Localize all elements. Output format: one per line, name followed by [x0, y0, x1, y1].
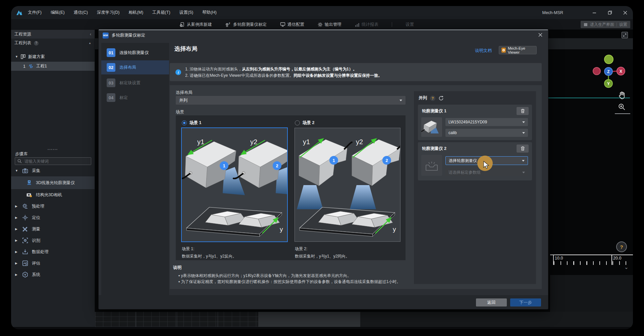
- minimize-icon: [592, 11, 596, 15]
- scene1-caption: 数据采集时，y与y1、y2反向。: [182, 254, 236, 259]
- sidebar-header: 工程资源 ‹: [11, 30, 95, 39]
- step-structured-light-camera[interactable]: 结构光3D相机: [11, 189, 95, 201]
- tree-expand-icon[interactable]: ▶: [15, 216, 18, 219]
- group-data-processing[interactable]: ▶ 数据处理: [11, 246, 95, 258]
- toolbar-new-from-case[interactable]: 从案例库新建: [180, 22, 212, 27]
- trash-icon: [521, 109, 525, 113]
- toolbar-profiler-calibration[interactable]: 2 多轮廓测量仪标定: [225, 22, 267, 27]
- close-button[interactable]: [618, 6, 633, 19]
- tree-expand-icon[interactable]: ▶: [15, 227, 18, 231]
- step-3d-laser-profiler[interactable]: 3D线激光轮廓测量仪: [11, 176, 95, 189]
- scene2-illustration[interactable]: 1 y1 2: [295, 128, 400, 241]
- tree-expand-icon[interactable]: ▶: [15, 262, 18, 265]
- toolbar-output-management[interactable]: 输出管理: [318, 22, 341, 27]
- info-line-2: 2. 请确保已在Mech-Eye Viewer中完成所选设备的参数配置。同组中设…: [185, 73, 382, 78]
- new-case-icon: [180, 22, 185, 27]
- group-measurement[interactable]: ▶ 测量: [11, 223, 95, 235]
- collapse-sidebar-icon[interactable]: ‹: [90, 32, 91, 37]
- tree-expand-icon[interactable]: ▶: [15, 205, 18, 208]
- note-1: y表示物体相对感测头的运行方向；y1和y2表示设备Y轴方向，为激光发射器至感光单…: [178, 273, 351, 279]
- dialog-titlebar[interactable]: MSR 多轮廓测量仪标定: [99, 30, 548, 41]
- profiler2-title: 轮廓测量仪 2: [422, 146, 446, 152]
- layout-section: 选择布局 并列 场景 场景 1 场景 2: [170, 85, 542, 289]
- documentation-link[interactable]: 说明文档: [475, 48, 492, 54]
- help-badge-icon[interactable]: ?: [34, 41, 39, 46]
- scene1-radio[interactable]: 场景 1: [182, 120, 201, 126]
- profiler1-serial-select[interactable]: LW150249A215YD09: [445, 118, 528, 126]
- chevron-down-icon[interactable]: ⌄: [624, 264, 629, 270]
- mouse-cursor: [483, 161, 490, 169]
- structured-light-camera-icon: [26, 191, 33, 198]
- menu-file[interactable]: 文件(F): [28, 10, 42, 15]
- window-title: Mech-MSR: [542, 10, 563, 15]
- group-help-icon[interactable]: ?: [430, 96, 435, 101]
- pan-hand-icon[interactable]: [618, 91, 627, 100]
- search-input[interactable]: [24, 159, 81, 164]
- menu-settings[interactable]: 设置(S): [179, 10, 194, 15]
- axis-ball-left[interactable]: [593, 67, 600, 75]
- scene2-diagram: 1 y1 2: [295, 128, 400, 241]
- menu-bar: 文件(F) 编辑(E) 通信(C) 深度学习(D) 相机(M) 工具箱(T) 设…: [28, 10, 217, 15]
- mech-eye-viewer-button[interactable]: Mech-Eye Viewer: [499, 46, 537, 54]
- svg-text:1: 1: [223, 163, 225, 168]
- sidebar-item-project[interactable]: 1 工程1: [11, 62, 95, 71]
- project-resources-sidebar: 工程资源 ‹ 工程列表 ? ▲ ▼ 新建方案 1 工程1 •••••• 步骤库: [11, 30, 95, 327]
- profiler1-param-select[interactable]: calib: [445, 129, 528, 137]
- scene2-caption: 数据采集时，y与y1、y2同向。: [295, 254, 350, 259]
- refresh-icon[interactable]: [438, 96, 444, 101]
- delete-profiler1-button[interactable]: [517, 107, 529, 115]
- step-search-box[interactable]: [15, 157, 91, 165]
- group-acquisition[interactable]: ▼ 采集: [11, 165, 95, 176]
- mech-eye-icon: [501, 48, 506, 53]
- menu-toolbox[interactable]: 工具箱(T): [152, 10, 170, 15]
- axis-gizmo[interactable]: Z X Y: [578, 53, 632, 97]
- step-connect-profilers[interactable]: 01 连接轮廓测量仪: [101, 46, 169, 60]
- tree-expand-icon[interactable]: ▶: [15, 239, 18, 242]
- menu-deep-learning[interactable]: 深度学习(D): [97, 10, 119, 15]
- radio-selected-icon[interactable]: [182, 120, 187, 125]
- layout-select[interactable]: 并列: [176, 96, 406, 105]
- step-select-layout[interactable]: 02 选择布局: [101, 60, 169, 74]
- svg-text:y2: y2: [250, 138, 257, 146]
- tree-expand-icon[interactable]: ▶: [15, 250, 18, 254]
- next-button[interactable]: 下一步: [510, 298, 541, 306]
- chevron-down-icon: [522, 121, 525, 123]
- chevron-down-icon: [522, 160, 525, 162]
- zoom-in-icon[interactable]: [618, 103, 626, 111]
- tree-collapse-icon[interactable]: ▼: [15, 169, 18, 172]
- group-recognition[interactable]: ▶ 识别: [11, 235, 95, 246]
- axis-ball-top[interactable]: [604, 55, 613, 64]
- tree-expand-icon[interactable]: ▶: [15, 273, 18, 276]
- toolbar-comm-config[interactable]: 通信配置: [280, 22, 304, 27]
- group-evaluation[interactable]: ▶ 评估: [11, 258, 95, 269]
- help-button[interactable]: ?: [616, 241, 627, 252]
- radio-icon[interactable]: [295, 120, 300, 125]
- collapse-list-icon[interactable]: ▲: [89, 42, 91, 45]
- menu-communication[interactable]: 通信(C): [74, 10, 88, 15]
- menu-camera[interactable]: 相机(M): [128, 10, 143, 15]
- group-system[interactable]: ▶ 系统: [11, 269, 95, 280]
- app-window: 文件(F) 编辑(E) 通信(C) 深度学习(D) 相机(M) 工具箱(T) 设…: [11, 6, 633, 329]
- menu-help[interactable]: 帮助(H): [202, 10, 216, 15]
- project-list-header[interactable]: 工程列表 ? ▲: [11, 39, 95, 48]
- menu-edit[interactable]: 编辑(E): [51, 10, 65, 15]
- scene2-radio[interactable]: 场景 2: [295, 120, 314, 126]
- info-line-1: 1. 沿物体运动方向面对感测头，从左到右为感测头升序编号，以最左侧感测头为主（编…: [185, 66, 357, 72]
- sidebar-item-solution[interactable]: ▼ 新建方案: [11, 52, 95, 61]
- group-positioning[interactable]: ▶ 定位: [11, 212, 95, 223]
- group-preprocessing[interactable]: ▶ 预处理: [11, 201, 95, 212]
- back-button[interactable]: 返回: [476, 298, 507, 306]
- chevron-down-icon: [399, 100, 402, 101]
- scene1-illustration[interactable]: 1 y1 2: [182, 128, 287, 241]
- step-calibration-block: 03 标定块设置: [101, 76, 169, 90]
- delete-profiler2-button[interactable]: [517, 145, 529, 153]
- profiler1-title: 轮廓测量仪 1: [422, 108, 446, 114]
- expand-viewport-button[interactable]: [622, 32, 628, 38]
- resize-handle[interactable]: ••••••: [11, 148, 95, 151]
- ruler-cross-icon: [22, 226, 29, 232]
- minimize-button[interactable]: [587, 6, 602, 19]
- dialog-close-button[interactable]: [533, 30, 548, 40]
- maximize-button[interactable]: [602, 6, 618, 19]
- close-icon: [623, 11, 627, 15]
- tree-expand-icon[interactable]: ▼: [15, 55, 18, 58]
